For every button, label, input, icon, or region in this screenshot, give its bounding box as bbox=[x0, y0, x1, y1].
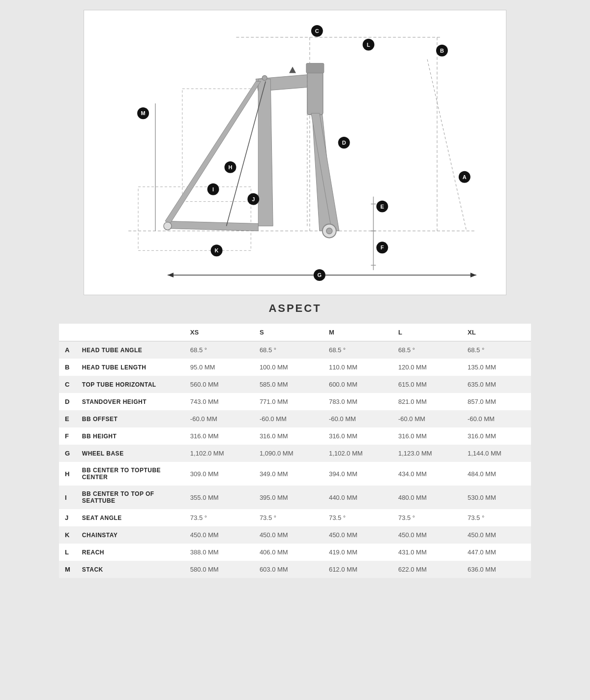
row-label: SEAT ANGLE bbox=[76, 509, 184, 526]
row-m: 450.0 MM bbox=[323, 526, 392, 544]
svg-text:B: B bbox=[440, 48, 444, 54]
row-xs: 580.0 MM bbox=[184, 561, 254, 578]
row-label: STACK bbox=[76, 561, 184, 578]
table-row: E BB OFFSET -60.0 MM -60.0 MM -60.0 MM -… bbox=[59, 410, 531, 427]
row-xl: 857.0 MM bbox=[462, 393, 531, 410]
row-s: 603.0 MM bbox=[254, 561, 323, 578]
col-header-l: L bbox=[392, 324, 462, 341]
row-s: 1,090.0 MM bbox=[254, 445, 323, 462]
row-label: BB HEIGHT bbox=[76, 427, 184, 445]
table-row: G WHEEL BASE 1,102.0 MM 1,090.0 MM 1,102… bbox=[59, 445, 531, 462]
table-row: M STACK 580.0 MM 603.0 MM 612.0 MM 622.0… bbox=[59, 561, 531, 578]
row-l: 434.0 MM bbox=[392, 462, 462, 486]
bike-diagram-svg: A B C D E F G H I J bbox=[84, 10, 506, 295]
svg-text:H: H bbox=[228, 164, 232, 170]
row-xs: 68.5 ° bbox=[184, 341, 254, 359]
row-m: 394.0 MM bbox=[323, 462, 392, 486]
row-label: HEAD TUBE ANGLE bbox=[76, 341, 184, 359]
row-l: 120.0 MM bbox=[392, 359, 462, 376]
row-m: 110.0 MM bbox=[323, 359, 392, 376]
svg-text:I: I bbox=[212, 186, 214, 192]
row-xs: 450.0 MM bbox=[184, 526, 254, 544]
table-row: C TOP TUBE HORIZONTAL 560.0 MM 585.0 MM … bbox=[59, 376, 531, 393]
row-l: 622.0 MM bbox=[392, 561, 462, 578]
table-row: F BB HEIGHT 316.0 MM 316.0 MM 316.0 MM 3… bbox=[59, 427, 531, 445]
row-m: 419.0 MM bbox=[323, 544, 392, 561]
row-l: 431.0 MM bbox=[392, 544, 462, 561]
row-s: 406.0 MM bbox=[254, 544, 323, 561]
row-m: 783.0 MM bbox=[323, 393, 392, 410]
row-l: 450.0 MM bbox=[392, 526, 462, 544]
col-header-m: M bbox=[323, 324, 392, 341]
row-key: E bbox=[59, 410, 76, 427]
col-header-xl: XL bbox=[462, 324, 531, 341]
row-m: 600.0 MM bbox=[323, 376, 392, 393]
row-l: 480.0 MM bbox=[392, 486, 462, 509]
row-label: BB CENTER TO TOPTUBE CENTER bbox=[76, 462, 184, 486]
row-key: A bbox=[59, 341, 76, 359]
row-key: M bbox=[59, 561, 76, 578]
row-xs: 560.0 MM bbox=[184, 376, 254, 393]
col-header-xs: XS bbox=[184, 324, 254, 341]
row-s: 349.0 MM bbox=[254, 462, 323, 486]
svg-text:C: C bbox=[315, 28, 319, 34]
svg-point-25 bbox=[326, 228, 332, 234]
row-l: 68.5 ° bbox=[392, 341, 462, 359]
table-row: B HEAD TUBE LENGTH 95.0 MM 100.0 MM 110.… bbox=[59, 359, 531, 376]
row-m: 440.0 MM bbox=[323, 486, 392, 509]
row-l: 1,123.0 MM bbox=[392, 445, 462, 462]
row-xs: 316.0 MM bbox=[184, 427, 254, 445]
svg-text:D: D bbox=[342, 140, 346, 146]
row-s: 73.5 ° bbox=[254, 509, 323, 526]
row-s: 100.0 MM bbox=[254, 359, 323, 376]
svg-point-27 bbox=[262, 76, 267, 81]
row-xl: 316.0 MM bbox=[462, 427, 531, 445]
row-m: 612.0 MM bbox=[323, 561, 392, 578]
row-xs: 1,102.0 MM bbox=[184, 445, 254, 462]
row-xl: 73.5 ° bbox=[462, 509, 531, 526]
row-xl: 1,144.0 MM bbox=[462, 445, 531, 462]
row-xl: 68.5 ° bbox=[462, 341, 531, 359]
table-row: H BB CENTER TO TOPTUBE CENTER 309.0 MM 3… bbox=[59, 462, 531, 486]
svg-text:J: J bbox=[252, 196, 255, 202]
row-l: -60.0 MM bbox=[392, 410, 462, 427]
row-xl: 447.0 MM bbox=[462, 544, 531, 561]
row-s: 316.0 MM bbox=[254, 427, 323, 445]
row-s: 585.0 MM bbox=[254, 376, 323, 393]
row-xs: -60.0 MM bbox=[184, 410, 254, 427]
table-row: K CHAINSTAY 450.0 MM 450.0 MM 450.0 MM 4… bbox=[59, 526, 531, 544]
page-container: A B C D E F G H I J bbox=[59, 10, 531, 578]
svg-rect-29 bbox=[306, 63, 324, 73]
row-key: J bbox=[59, 509, 76, 526]
row-l: 73.5 ° bbox=[392, 509, 462, 526]
row-label: BB CENTER TO TOP OF SEATTUBE bbox=[76, 486, 184, 509]
row-xs: 309.0 MM bbox=[184, 462, 254, 486]
row-s: 450.0 MM bbox=[254, 526, 323, 544]
svg-text:K: K bbox=[215, 247, 219, 253]
col-header-label bbox=[76, 324, 184, 341]
row-m: 73.5 ° bbox=[323, 509, 392, 526]
row-label: STANDOVER HEIGHT bbox=[76, 393, 184, 410]
row-l: 821.0 MM bbox=[392, 393, 462, 410]
svg-text:L: L bbox=[367, 42, 370, 48]
row-xl: 484.0 MM bbox=[462, 462, 531, 486]
svg-text:F: F bbox=[381, 244, 384, 250]
row-xs: 743.0 MM bbox=[184, 393, 254, 410]
row-key: D bbox=[59, 393, 76, 410]
row-key: G bbox=[59, 445, 76, 462]
col-header-key bbox=[59, 324, 76, 341]
row-m: -60.0 MM bbox=[323, 410, 392, 427]
svg-text:G: G bbox=[318, 272, 322, 278]
table-row: J SEAT ANGLE 73.5 ° 73.5 ° 73.5 ° 73.5 °… bbox=[59, 509, 531, 526]
row-xl: 450.0 MM bbox=[462, 526, 531, 544]
row-label: HEAD TUBE LENGTH bbox=[76, 359, 184, 376]
row-xl: 635.0 MM bbox=[462, 376, 531, 393]
row-xs: 355.0 MM bbox=[184, 486, 254, 509]
svg-rect-22 bbox=[307, 72, 323, 115]
diagram-title: ASPECT bbox=[59, 302, 531, 315]
row-xs: 95.0 MM bbox=[184, 359, 254, 376]
row-label: CHAINSTAY bbox=[76, 526, 184, 544]
col-header-s: S bbox=[254, 324, 323, 341]
diagram-box: A B C D E F G H I J bbox=[84, 10, 506, 295]
row-m: 1,102.0 MM bbox=[323, 445, 392, 462]
